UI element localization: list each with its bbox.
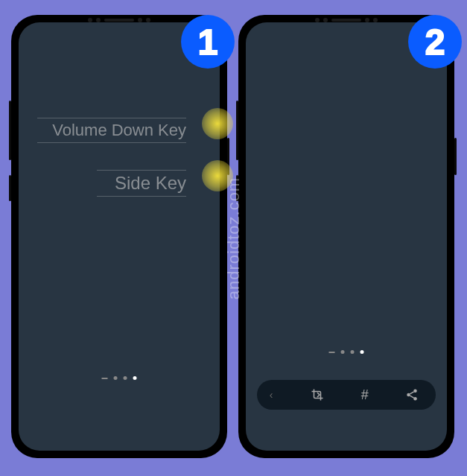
phone-left-screen: Volume Down Key Side Key — [19, 22, 220, 451]
step-badge-1: 1 — [181, 15, 235, 69]
pagination-dots — [329, 350, 364, 354]
pagination-dots — [102, 376, 137, 380]
share-icon[interactable] — [401, 384, 423, 406]
volume-button-render — [9, 101, 11, 160]
svg-line-3 — [410, 392, 414, 394]
hash-icon[interactable]: # — [354, 384, 376, 406]
power-button-render — [454, 138, 457, 175]
svg-point-1 — [407, 393, 411, 397]
screenshot-toolbar: ‹ # — [257, 380, 436, 410]
svg-line-4 — [410, 396, 414, 398]
volume-down-highlight — [202, 108, 233, 139]
svg-point-2 — [414, 397, 418, 401]
chevron-left-icon[interactable]: ‹ — [270, 380, 282, 410]
bixby-button-render — [9, 175, 11, 201]
volume-down-label: Volume Down Key — [37, 118, 186, 143]
watermark-text: androidtoz.com — [224, 177, 244, 299]
side-key-label: Side Key — [97, 170, 186, 197]
phone-right-screen: ‹ # — [246, 22, 447, 451]
crop-icon[interactable] — [306, 384, 328, 406]
step-badge-2: 2 — [408, 15, 462, 69]
volume-button-render — [236, 101, 238, 160]
phone-right: ‹ # 2 — [238, 15, 454, 458]
svg-point-0 — [414, 390, 418, 393]
phone-left: Volume Down Key Side Key 1 — [11, 15, 227, 458]
